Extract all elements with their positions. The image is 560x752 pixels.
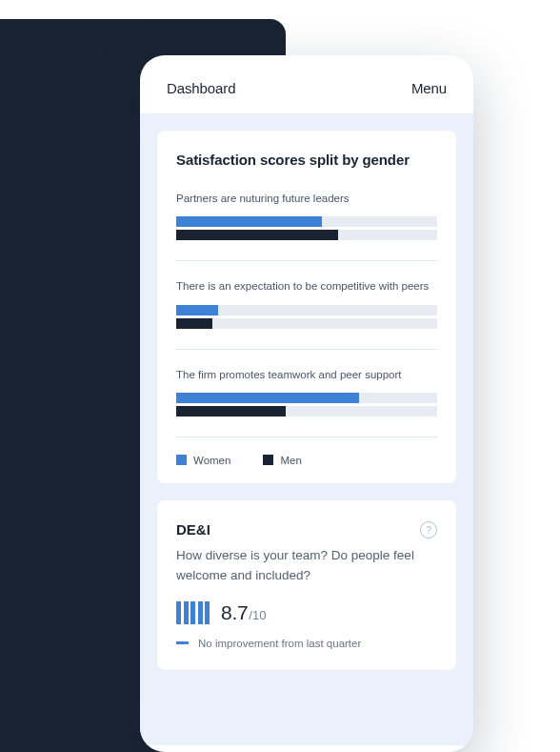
- score-value-wrap: 8.7/10: [221, 601, 266, 624]
- score-max: /10: [249, 608, 266, 622]
- trend-indicator-icon: [176, 641, 189, 644]
- bar-track-men: [176, 406, 437, 417]
- app-header: Dashboard Menu: [140, 55, 473, 113]
- score-bars-icon: [176, 601, 210, 624]
- legend-item-men: Men: [263, 455, 301, 466]
- satisfaction-card: Satisfaction scores split by gender Part…: [157, 131, 456, 483]
- bar-men: [176, 318, 212, 329]
- chart-label: There is an expectation to be competitiv…: [176, 278, 437, 295]
- chart-legend: Women Men: [176, 455, 437, 466]
- satisfaction-title: Satisfaction scores split by gender: [176, 152, 437, 168]
- chart-label: Partners are nuturing future leaders: [176, 191, 437, 207]
- bar-women: [176, 216, 322, 227]
- page-title: Dashboard: [167, 80, 235, 96]
- bar-track-men: [176, 230, 437, 240]
- legend-label-women: Women: [193, 455, 230, 466]
- dei-title: DE&I: [176, 521, 210, 538]
- chart-row: There is an expectation to be competitiv…: [176, 278, 437, 349]
- chart-label: The firm promotes teamwork and peer supp…: [176, 367, 437, 383]
- bar-track-men: [176, 318, 437, 329]
- bar-track-women: [176, 393, 437, 403]
- bar-track-women: [176, 216, 437, 227]
- legend-swatch-women: [176, 455, 187, 465]
- dei-card: DE&I ? How diverse is your team? Do peop…: [157, 500, 456, 670]
- dei-header: DE&I ?: [176, 521, 437, 539]
- trend-text: No improvement from last quarter: [198, 638, 361, 649]
- bar-men: [176, 230, 338, 240]
- chart-row: Partners are nuturing future leaders: [176, 191, 437, 261]
- bar-men: [176, 406, 286, 417]
- legend-swatch-men: [263, 455, 273, 465]
- menu-button[interactable]: Menu: [411, 80, 447, 96]
- content-area: Satisfaction scores split by gender Part…: [140, 113, 473, 745]
- legend-item-women: Women: [176, 455, 230, 466]
- bar-women: [176, 393, 359, 403]
- trend-row: No improvement from last quarter: [176, 638, 437, 649]
- dei-question: How diverse is your team? Do people feel…: [176, 546, 437, 586]
- chart-row: The firm promotes teamwork and peer supp…: [176, 367, 437, 437]
- bar-women: [176, 305, 218, 315]
- score-value: 8.7: [221, 601, 248, 623]
- bar-track-women: [176, 305, 437, 315]
- score-row: 8.7/10: [176, 601, 437, 624]
- phone-frame: Dashboard Menu Satisfaction scores split…: [140, 55, 473, 752]
- help-icon[interactable]: ?: [420, 521, 437, 539]
- legend-label-men: Men: [280, 455, 301, 466]
